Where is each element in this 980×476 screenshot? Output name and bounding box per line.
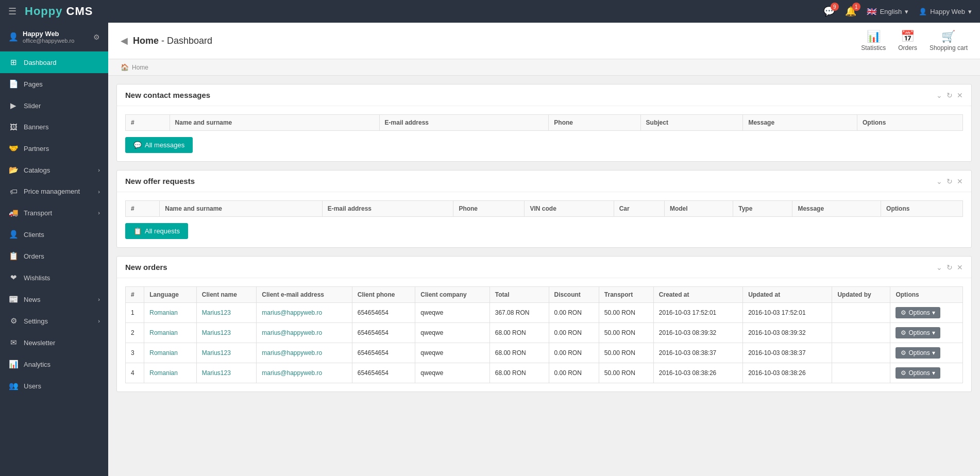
col-client-phone: Client phone [352,287,415,303]
cell-language[interactable]: Romanian [144,363,197,383]
cell-language[interactable]: Romanian [144,323,197,343]
cell-email[interactable]: marius@happyweb.ro [257,343,352,363]
page-title-sub: Dashboard [167,36,212,46]
cart-label: Shopping cart [930,44,968,52]
cell-transport: 50.00 RON [599,363,653,383]
breadcrumb-home-label[interactable]: Home [132,64,148,71]
sidebar-user-email: office@happyweb.ro [23,38,74,44]
all-requests-button[interactable]: 📋 All requests [125,223,188,239]
sidebar-item-settings[interactable]: ⚙ Settings › [0,310,108,332]
cell-language[interactable]: Romanian [144,343,197,363]
sidebar-item-pages[interactable]: 📄 Pages [0,73,108,95]
cell-phone: 654654654 [352,323,415,343]
sidebar-item-analytics[interactable]: 📊 Analytics [0,353,108,375]
collapse-icon[interactable]: ⌄ [936,177,942,185]
options-button[interactable]: ⚙ Options ▾ [895,367,940,379]
page-header-left: ◀ Home - Dashboard [121,35,212,46]
cell-updated-at: 2016-10-03 17:52:01 [743,303,832,323]
col-phone: Phone [453,201,525,217]
sidebar-item-orders[interactable]: 📋 Orders [0,245,108,267]
gear-icon[interactable]: ⚙ [93,33,100,41]
col-subject: Subject [640,115,743,131]
collapse-icon[interactable]: ⌄ [936,91,942,99]
options-button[interactable]: ⚙ Options ▾ [895,347,940,359]
statistics-action[interactable]: 📊 Statistics [861,30,886,52]
cart-action[interactable]: 🛒 Shopping cart [930,30,968,52]
sidebar-item-dashboard[interactable]: ⊞ Dashboard [0,52,108,73]
sidebar-item-transport[interactable]: 🚚 Transport › [0,202,108,224]
all-messages-button[interactable]: 💬 All messages [125,137,193,153]
close-icon[interactable]: ✕ [957,263,963,271]
new-orders-title: New orders [125,263,167,271]
new-orders-widget-header: New orders ⌄ ↻ ✕ [117,257,971,278]
contact-messages-title: New contact messages [125,91,210,99]
offer-requests-widget-body: # Name and surname E-mail address Phone … [117,192,971,247]
sidebar-item-banners[interactable]: 🖼 Banners [0,116,108,138]
sidebar-label-partners: Partners [24,145,49,152]
page-title: Home - Dashboard [133,36,212,46]
notifications-icon-button[interactable]: 🔔 1 [845,6,856,17]
transport-chevron-icon: › [98,210,100,216]
sidebar-item-catalogs[interactable]: 📂 Catalogs › [0,159,108,181]
user-selector[interactable]: 👤 Happy Web ▾ [919,8,972,15]
cell-phone: 654654654 [352,363,415,383]
col-name-surname: Name and surname [170,115,379,131]
sidebar-item-slider[interactable]: ▶ Slider [0,95,108,116]
banners-icon: 🖼 [8,123,19,131]
sidebar-label-price-management: Price management [24,188,80,195]
close-icon[interactable]: ✕ [957,177,963,185]
messages-icon-button[interactable]: 💬 9 [823,6,835,17]
top-nav-left: ☰ Hoppy CMS [8,5,93,18]
sidebar-user-details: Happy Web office@happyweb.ro [23,30,74,44]
sidebar-item-price-management[interactable]: 🏷 Price management › [0,181,108,202]
close-icon[interactable]: ✕ [957,91,963,99]
app-logo: Hoppy CMS [25,5,93,18]
collapse-icon[interactable]: ⌄ [936,263,942,271]
hamburger-menu-button[interactable]: ☰ [8,6,16,17]
refresh-icon[interactable]: ↻ [947,177,953,185]
col-client-email: Client e-mail address [257,287,352,303]
orders-action[interactable]: 📅 Orders [898,30,917,52]
cell-email[interactable]: marius@happyweb.ro [257,363,352,383]
cell-client-name[interactable]: Marius123 [196,323,256,343]
cell-phone: 654654654 [352,303,415,323]
options-button[interactable]: ⚙ Options ▾ [895,327,940,338]
cell-client-name[interactable]: Marius123 [196,363,256,383]
sidebar-item-users[interactable]: 👥 Users [0,375,108,397]
cell-transport: 50.00 RON [599,303,653,323]
cell-language[interactable]: Romanian [144,303,197,323]
cell-discount: 0.00 RON [549,363,599,383]
page-body: New contact messages ⌄ ↻ ✕ # Name and su… [108,76,980,476]
col-message: Message [743,115,857,131]
cell-client-name[interactable]: Marius123 [196,343,256,363]
all-requests-label: All requests [145,227,180,235]
col-options: Options [890,287,963,303]
sidebar-item-clients[interactable]: 👤 Clients [0,224,108,245]
sidebar-item-news[interactable]: 📰 News › [0,288,108,310]
language-selector[interactable]: 🇬🇧 English ▾ [867,7,909,16]
options-chevron-icon: ▾ [932,329,935,336]
contact-messages-header-row: # Name and surname E-mail address Phone … [126,115,963,131]
cell-updated-by [832,303,890,323]
sidebar-item-partners[interactable]: 🤝 Partners [0,138,108,159]
settings-chevron-icon: › [98,318,100,324]
sidebar-label-clients: Clients [24,231,44,239]
refresh-icon[interactable]: ↻ [947,91,953,99]
sidebar-item-newsletter[interactable]: ✉ Newsletter [0,332,108,353]
table-row: 3 Romanian Marius123 marius@happyweb.ro … [126,343,963,363]
back-button[interactable]: ◀ [121,35,128,46]
col-car: Car [614,201,664,217]
cell-client-name[interactable]: Marius123 [196,303,256,323]
refresh-icon[interactable]: ↻ [947,263,953,271]
sidebar-item-wishlists[interactable]: ❤ Wishlists [0,267,108,288]
cell-discount: 0.00 RON [549,323,599,343]
sidebar-label-newsletter: Newsletter [24,339,55,347]
col-num: # [126,287,144,303]
cell-email[interactable]: marius@happyweb.ro [257,303,352,323]
cell-email[interactable]: marius@happyweb.ro [257,323,352,343]
user-chevron-icon: ▾ [968,8,972,15]
cell-num: 2 [126,323,144,343]
cell-updated-by [832,363,890,383]
options-button[interactable]: ⚙ Options ▾ [895,307,940,318]
cell-created-at: 2016-10-03 08:38:37 [653,343,742,363]
